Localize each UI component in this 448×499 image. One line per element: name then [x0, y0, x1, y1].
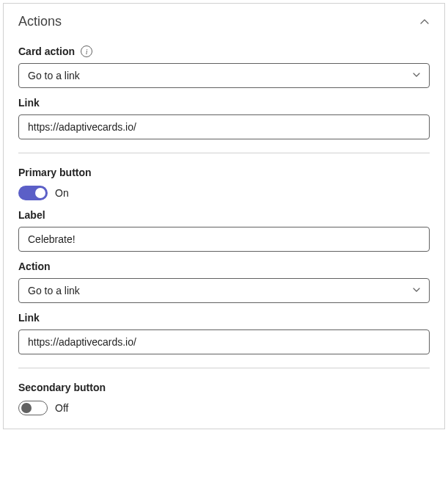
primary-button-label-input[interactable] [18, 227, 430, 252]
divider [18, 153, 430, 153]
secondary-button-toggle-state: Off [55, 402, 68, 414]
card-action-link-input[interactable] [18, 114, 430, 139]
panel-title: Actions [18, 14, 62, 29]
primary-link-label-row: Link [18, 312, 430, 324]
card-action-selected-value: Go to a link [28, 70, 80, 81]
primary-button-link-input[interactable] [18, 329, 430, 354]
panel-body: Card action i Go to a link Link Primary … [4, 45, 444, 429]
card-action-link-label-row: Link [18, 97, 430, 109]
info-icon[interactable]: i [81, 45, 92, 57]
primary-action-label: Action [18, 261, 51, 272]
primary-link-label: Link [18, 312, 40, 324]
primary-button-toggle-row: On [18, 186, 430, 200]
primary-label-field-label: Label [18, 209, 45, 221]
secondary-button-section-label: Secondary button [18, 382, 430, 393]
secondary-button-toggle[interactable] [18, 401, 48, 415]
card-action-label-row: Card action i [18, 45, 430, 57]
primary-button-toggle-state: On [55, 187, 69, 199]
card-action-select[interactable]: Go to a link [18, 63, 430, 88]
secondary-button-toggle-row: Off [18, 401, 430, 415]
chevron-up-icon [419, 17, 430, 27]
primary-action-select[interactable]: Go to a link [18, 278, 430, 303]
primary-button-toggle[interactable] [18, 186, 48, 200]
toggle-thumb [35, 188, 45, 198]
primary-action-selected-value: Go to a link [28, 285, 80, 296]
primary-button-section-label: Primary button [18, 167, 430, 178]
toggle-thumb [21, 403, 32, 413]
divider [18, 368, 430, 368]
primary-label-label-row: Label [18, 209, 430, 221]
card-action-label: Card action [18, 45, 75, 57]
primary-action-label-row: Action [18, 261, 430, 272]
panel-header[interactable]: Actions [4, 4, 444, 37]
card-action-link-label: Link [18, 97, 40, 109]
actions-panel: Actions Card action i Go to a link Link [3, 3, 445, 429]
